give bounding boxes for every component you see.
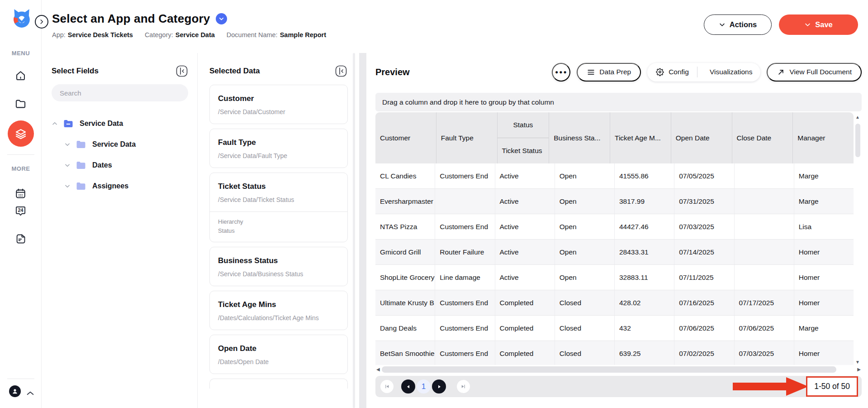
actions-button[interactable]: Actions (704, 14, 772, 35)
tree-item-label: Service Data (92, 140, 136, 149)
table-cell: Eversharpmaster (375, 189, 435, 214)
selected-field-card-ticket-status[interactable]: Ticket Status/Service Data/Ticket Status… (209, 173, 348, 242)
card-field-path: /Dates/Calculations/Ticket Age Mins (218, 314, 339, 322)
selected-field-card-customer[interactable]: Customer/Service Data/Customer (209, 85, 348, 124)
scroll-down-icon[interactable]: ▼ (855, 360, 860, 365)
folder-icon (76, 182, 86, 191)
view-full-document-button[interactable]: View Full Document (767, 63, 862, 82)
chevron-down-icon[interactable] (64, 162, 71, 168)
column-header-customer[interactable]: Customer (375, 112, 436, 163)
table-cell: Active (495, 163, 555, 188)
table-cell: Customers End (435, 214, 494, 239)
hamburger-icon (587, 68, 595, 77)
column-header-manager[interactable]: Manager (792, 112, 854, 163)
table-row[interactable]: BetSan SmoothieCustomers EndCompletedClo… (375, 341, 854, 365)
card-field-path: /Service Data/Customer (218, 108, 339, 115)
folder-icon[interactable] (14, 97, 28, 110)
table-cell: Customers End (435, 163, 494, 188)
selected-field-card-fault-type[interactable]: Fault Type/Service Data/Fault Type (209, 129, 348, 168)
preview-title: Preview (375, 67, 410, 77)
first-page-button[interactable] (380, 380, 394, 393)
horizontal-scroll-thumb[interactable] (382, 366, 837, 373)
card-field-name: Ticket Status (218, 182, 339, 191)
table-row[interactable]: ShopLite GroceryLine damageActiveOpen328… (375, 265, 854, 290)
column-header-status[interactable]: StatusTicket Status (497, 112, 549, 163)
selected-field-card-business-status[interactable]: Business Status/Service Data/Business St… (209, 247, 348, 286)
column-header-fault-type[interactable]: Fault Type (436, 112, 497, 163)
table-cell: Customers End (435, 341, 494, 365)
card-extra-info: HierarchyStatus (210, 211, 347, 242)
config-button[interactable]: Config (647, 63, 697, 82)
home-icon[interactable] (14, 69, 28, 82)
data-prep-button[interactable]: Data Prep (577, 63, 641, 82)
table-row[interactable]: EversharpmasterActiveOpen3817.9907/31/20… (375, 189, 854, 214)
account-avatar-icon[interactable] (9, 385, 21, 397)
table-row[interactable]: CL CandiesCustomers EndActiveOpen41555.8… (375, 163, 854, 189)
account-chevron-up-icon[interactable] (26, 389, 34, 396)
table-row[interactable]: Gmicord GrillRouter FailureActiveOpen284… (375, 240, 854, 265)
more-options-button[interactable]: ●●● (552, 63, 570, 82)
card-field-name: Fault Type (218, 138, 339, 147)
document-icon[interactable] (14, 232, 28, 245)
page-number-current[interactable]: 1 (417, 379, 431, 394)
24-hour-icon[interactable]: 24 (14, 204, 28, 217)
column-header-open-date[interactable]: Open Date (671, 112, 732, 163)
column-header-ticket-age-m-[interactable]: Ticket Age M... (610, 112, 671, 163)
scroll-right-icon[interactable]: ▶ (857, 367, 861, 372)
table-cell: 32883.11 (614, 265, 674, 290)
table-cell: Homer (794, 240, 854, 264)
tree-item-dates[interactable]: Dates (52, 155, 188, 176)
table-cell (734, 189, 794, 214)
meta-document-name-: Document Name:Sample Report (227, 31, 326, 38)
vertical-scrollbar[interactable]: ▲ ▼ (854, 112, 862, 365)
pager-bar: 1 1-50 of 50 (375, 376, 862, 397)
previous-page-button[interactable] (401, 379, 415, 394)
chevron-up-icon[interactable] (52, 120, 58, 127)
table-cell: Open (555, 189, 614, 214)
table-cell: 07/16/2025 (674, 290, 734, 315)
data-layers-active-icon[interactable] (8, 120, 34, 147)
group-by-dropzone[interactable]: Drag a column and drop it here to group … (375, 93, 862, 111)
table-cell: Marge (794, 163, 854, 188)
column-sub-label: Ticket Status (498, 138, 549, 163)
vertical-scroll-thumb[interactable] (855, 124, 860, 157)
save-button[interactable]: Save (779, 14, 858, 35)
title-chevron-badge-icon[interactable] (216, 13, 227, 24)
calendar-icon[interactable] (14, 187, 28, 200)
icon-rail: MENU MORE (0, 0, 42, 408)
column-header-business-sta-[interactable]: Business Sta... (549, 112, 610, 163)
table-cell: Homer (794, 341, 854, 365)
tree-item-service-data[interactable]: Service Data (52, 113, 188, 134)
collapse-left-icon[interactable] (335, 65, 347, 77)
column-header-close-date[interactable]: Close Date (732, 112, 793, 163)
card-field-path: /Service Data/Ticket Status (218, 196, 339, 203)
scroll-up-icon[interactable]: ▲ (855, 115, 860, 120)
selected-field-card-ticket-age-mins[interactable]: Ticket Age Mins/Dates/Calculations/Ticke… (209, 291, 348, 330)
selected-field-card-partial[interactable] (209, 379, 348, 389)
collapse-left-icon[interactable] (175, 65, 188, 77)
panel-divider-strip (359, 53, 366, 408)
tree-item-assignees[interactable]: Assignees (52, 176, 188, 197)
table-cell: Marge (794, 316, 854, 341)
chevron-down-icon[interactable] (64, 141, 71, 148)
app-logo-icon[interactable] (10, 6, 33, 29)
table-body: CL CandiesCustomers EndActiveOpen41555.8… (375, 163, 854, 365)
next-page-button[interactable] (432, 379, 446, 394)
chevron-down-icon[interactable] (64, 183, 71, 189)
last-page-button[interactable] (457, 380, 470, 393)
panel-scrollbar[interactable] (353, 53, 355, 408)
fields-tree: Service DataService DataDatesAssignees (52, 113, 188, 197)
table-cell: Active (495, 189, 555, 214)
table-cell: Active (495, 265, 555, 290)
panel-expand-button[interactable] (35, 15, 48, 29)
tree-item-service-data[interactable]: Service Data (52, 134, 188, 155)
search-input[interactable] (52, 84, 188, 101)
visualizations-button[interactable]: Visualizations (697, 63, 761, 82)
table-row[interactable]: NTAS PizzaCustomers EndActiveOpen44427.4… (375, 214, 854, 240)
scroll-left-icon[interactable]: ◀ (376, 367, 380, 372)
table-cell: CL Candies (375, 163, 435, 188)
table-row[interactable]: Dang DealsCustomers EndCompletedClosed43… (375, 316, 854, 341)
selected-field-card-open-date[interactable]: Open Date/Dates/Open Date (209, 335, 348, 374)
horizontal-scrollbar[interactable]: ◀ ▶ (375, 365, 862, 374)
table-row[interactable]: Ultimate Krusty BCustomers EndCompletedC… (375, 290, 854, 316)
